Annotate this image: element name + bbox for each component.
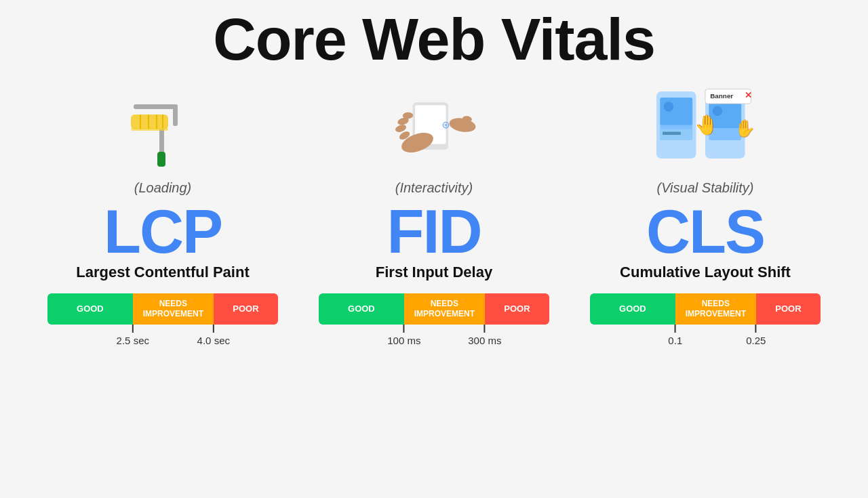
cls-poor: POOR bbox=[756, 293, 821, 325]
svg-rect-24 bbox=[660, 98, 692, 125]
cls-category: (Visual Stability) bbox=[656, 180, 753, 196]
svg-text:✋: ✋ bbox=[734, 118, 756, 139]
fid-category: (Interactivity) bbox=[395, 180, 473, 196]
svg-rect-10 bbox=[131, 128, 168, 131]
cls-acronym: CLS bbox=[646, 201, 764, 262]
fid-tick-1: 100 ms bbox=[387, 325, 420, 346]
svg-text:🤚: 🤚 bbox=[694, 113, 719, 137]
metric-lcp: (Loading) LCP Largest Contentful Paint G… bbox=[47, 79, 278, 352]
cls-tick-1: 0.1 bbox=[668, 325, 682, 346]
cls-ticks: 0.1 0.25 bbox=[590, 325, 821, 352]
fid-acronym: FID bbox=[387, 201, 481, 262]
fid-ticks: 100 ms 300 ms bbox=[319, 325, 549, 352]
cls-tick-2: 0.25 bbox=[746, 325, 766, 346]
lcp-poor: POOR bbox=[214, 293, 278, 325]
metric-cls: Banner ✕ 🤚 ✋ (Visual Stability) CLS Cumu… bbox=[590, 79, 821, 352]
cls-gauge-bar: GOOD NEEDS IMPROVEMENT POOR bbox=[590, 293, 821, 325]
page-title: Core Web Vitals bbox=[213, 7, 655, 72]
cls-needs: NEEDS IMPROVEMENT bbox=[675, 293, 756, 325]
lcp-gauge-bar: GOOD NEEDS IMPROVEMENT POOR bbox=[47, 293, 278, 325]
fid-gauge: GOOD NEEDS IMPROVEMENT POOR 100 ms 300 m… bbox=[319, 293, 549, 352]
svg-text:✕: ✕ bbox=[745, 91, 752, 100]
lcp-icon bbox=[119, 79, 207, 178]
cls-icon: Banner ✕ 🤚 ✋ bbox=[644, 79, 766, 178]
cls-name: Cumulative Layout Shift bbox=[620, 264, 791, 281]
fid-name: First Input Delay bbox=[376, 264, 492, 281]
cls-gauge: GOOD NEEDS IMPROVEMENT POOR 0.1 0.25 bbox=[590, 293, 821, 352]
metrics-container: (Loading) LCP Largest Contentful Paint G… bbox=[0, 79, 868, 352]
fid-gauge-bar: GOOD NEEDS IMPROVEMENT POOR bbox=[319, 293, 549, 325]
fid-good: GOOD bbox=[319, 293, 404, 325]
lcp-category: (Loading) bbox=[134, 180, 192, 196]
svg-rect-27 bbox=[663, 132, 681, 136]
svg-point-18 bbox=[448, 116, 477, 133]
svg-point-25 bbox=[664, 102, 673, 112]
lcp-ticks: 2.5 sec 4.0 sec bbox=[47, 325, 278, 352]
svg-rect-1 bbox=[134, 104, 178, 109]
cls-good: GOOD bbox=[590, 293, 675, 325]
lcp-tick-1: 2.5 sec bbox=[117, 325, 149, 346]
lcp-acronym: LCP bbox=[104, 201, 222, 262]
lcp-needs: NEEDS IMPROVEMENT bbox=[133, 293, 214, 325]
svg-point-21 bbox=[444, 123, 447, 126]
lcp-gauge: GOOD NEEDS IMPROVEMENT POOR 2.5 sec 4.0 … bbox=[47, 293, 278, 352]
lcp-tick-2: 4.0 sec bbox=[197, 325, 230, 346]
svg-text:Banner: Banner bbox=[710, 92, 733, 100]
fid-needs: NEEDS IMPROVEMENT bbox=[404, 293, 485, 325]
svg-rect-9 bbox=[157, 152, 165, 167]
lcp-good: GOOD bbox=[47, 293, 133, 325]
metric-fid: (Interactivity) FID First Input Delay GO… bbox=[319, 79, 549, 352]
fid-icon bbox=[387, 79, 481, 178]
lcp-name: Largest Contentful Paint bbox=[76, 264, 249, 281]
svg-rect-2 bbox=[173, 104, 178, 126]
fid-tick-2: 300 ms bbox=[468, 325, 501, 346]
fid-poor: POOR bbox=[485, 293, 549, 325]
